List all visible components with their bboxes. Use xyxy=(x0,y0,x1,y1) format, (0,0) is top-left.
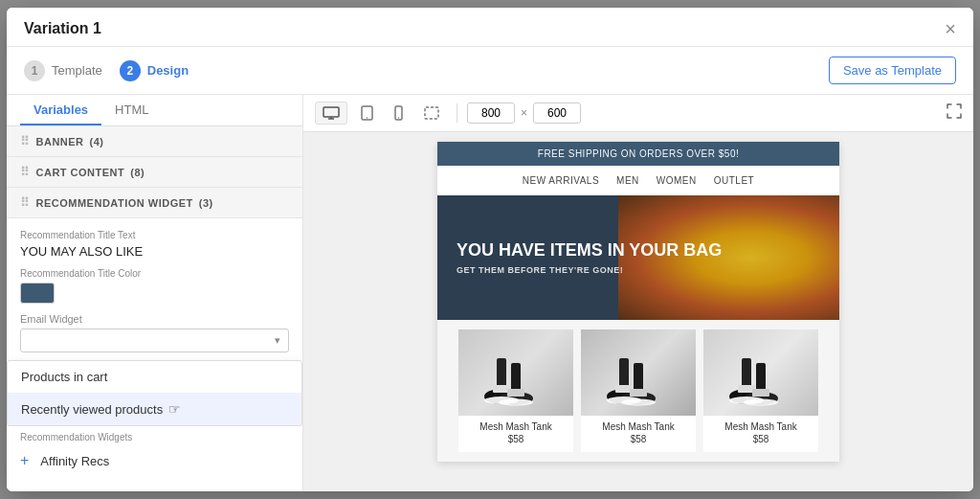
left-panel: Variables HTML ⠿ BANNER (4) ⠿ CART CONTE… xyxy=(7,95,303,491)
svg-point-29 xyxy=(744,399,778,406)
svg-point-21 xyxy=(621,399,656,406)
tab-html[interactable]: HTML xyxy=(101,95,162,125)
shoe-visual-2 xyxy=(581,329,696,416)
desktop-icon xyxy=(323,106,340,120)
step-1: 1 Template xyxy=(24,60,102,81)
svg-rect-0 xyxy=(323,107,339,117)
section-cart-content-header[interactable]: ⠿ CART CONTENT (8) xyxy=(7,157,302,188)
modal-overlay: Variation 1 × 1 Template 2 Design Save a… xyxy=(0,0,980,499)
tabs-row: Variables HTML xyxy=(7,95,302,126)
color-swatch[interactable] xyxy=(20,283,55,304)
steps-bar: 1 Template 2 Design Save as Template xyxy=(7,47,973,95)
dropdown-option-products-in-cart[interactable]: Products in cart xyxy=(8,361,301,393)
rec-color-label: Recommendation Title Color xyxy=(20,268,289,279)
section-banner-header[interactable]: ⠿ BANNER (4) xyxy=(7,126,302,157)
rec-title-label: Recommendation Title Text xyxy=(20,230,289,240)
drag-handle-icon-2: ⠿ xyxy=(20,165,31,179)
product-price-2: $58 xyxy=(631,434,647,444)
cursor-icon: ☞ xyxy=(168,401,181,417)
product-name-1: Mesh Mash Tank xyxy=(476,421,555,432)
hero-title: YOU HAVE ITEMS IN YOUR BAG xyxy=(457,240,722,261)
drag-handle-icon-3: ⠿ xyxy=(20,195,31,210)
product-card-3: Mesh Mash Tank $58 xyxy=(703,329,818,452)
email-hero: YOU HAVE ITEMS IN YOUR BAG GET THEM BEFO… xyxy=(437,195,839,320)
mobile-view-button[interactable] xyxy=(387,101,411,125)
toolbar-divider xyxy=(457,103,457,123)
product-price-1: $58 xyxy=(508,434,524,444)
product-image-3 xyxy=(703,329,818,416)
tablet-icon xyxy=(361,105,373,121)
tablet-view-button[interactable] xyxy=(353,101,381,125)
svg-point-4 xyxy=(367,117,368,119)
nav-women[interactable]: WOMEN xyxy=(657,175,697,186)
mobile-icon xyxy=(394,105,403,121)
email-preview: FREE SHIPPING ON ORDERS OVER $50! NEW AR… xyxy=(437,142,839,462)
product-card-2: Mesh Mash Tank $58 xyxy=(581,329,696,452)
step-1-label: Template xyxy=(52,63,102,78)
save-template-button[interactable]: Save as Template xyxy=(829,57,956,84)
svg-point-6 xyxy=(398,117,399,118)
product-image-2 xyxy=(581,329,696,416)
modal-body: Variables HTML ⠿ BANNER (4) ⠿ CART CONTE… xyxy=(7,95,973,491)
close-button[interactable]: × xyxy=(945,19,956,38)
nav-new-arrivals[interactable]: NEW ARRIVALS xyxy=(523,175,599,186)
width-input[interactable] xyxy=(467,102,515,124)
rec-widget-body: Recommendation Title Text YOU MAY ALSO L… xyxy=(7,218,302,360)
fullscreen-button[interactable] xyxy=(947,103,962,123)
dropdown-menu: Products in cart Recently viewed product… xyxy=(7,360,302,426)
dropdown-arrow-icon: ▾ xyxy=(275,334,280,347)
email-nav: NEW ARRIVALS MEN WOMEN OUTLET xyxy=(437,166,839,195)
svg-rect-7 xyxy=(425,107,438,119)
size-separator: × xyxy=(521,106,527,120)
email-widget-label: Email Widget xyxy=(20,313,289,325)
modal-header: Variation 1 × xyxy=(7,8,973,47)
add-icon: + xyxy=(20,452,29,469)
toolbar-row: × xyxy=(303,95,973,132)
drag-handle-icon: ⠿ xyxy=(20,134,31,148)
svg-rect-31 xyxy=(752,389,769,397)
custom-size-button[interactable] xyxy=(416,102,447,125)
products-row: Mesh Mash Tank $58 xyxy=(437,320,839,462)
svg-rect-23 xyxy=(630,389,647,397)
expand-icon xyxy=(947,103,962,119)
shoe-visual-1 xyxy=(458,329,573,416)
left-content: ⠿ BANNER (4) ⠿ CART CONTENT (8) ⠿ RECOMM… xyxy=(7,126,302,491)
tab-variables[interactable]: Variables xyxy=(20,95,101,125)
email-widget-dropdown[interactable]: ▾ xyxy=(20,329,289,352)
modal-title: Variation 1 xyxy=(24,20,101,37)
svg-point-13 xyxy=(499,399,533,406)
desktop-view-button[interactable] xyxy=(315,102,347,125)
hero-subtitle: GET THEM BEFORE THEY'RE GONE! xyxy=(457,265,722,275)
rec-title-value: YOU MAY ALSO LIKE xyxy=(20,244,289,259)
hero-text: YOU HAVE ITEMS IN YOUR BAG GET THEM BEFO… xyxy=(457,240,722,275)
dropdown-option-recently-viewed[interactable]: Recently viewed products ☞ xyxy=(8,393,301,425)
product-name-2: Mesh Mash Tank xyxy=(598,421,678,432)
modal: Variation 1 × 1 Template 2 Design Save a… xyxy=(7,8,973,491)
nav-outlet[interactable]: OUTLET xyxy=(714,175,754,186)
product-name-3: Mesh Mash Tank xyxy=(721,421,800,432)
product-card-1: Mesh Mash Tank $58 xyxy=(458,329,573,452)
svg-rect-15 xyxy=(507,389,524,397)
affinity-recs-item[interactable]: + Affinity Recs xyxy=(7,444,302,477)
rec-widgets-label: Recommendation Widgets xyxy=(7,426,302,444)
section-rec-widget-header[interactable]: ⠿ RECOMMENDATION WIDGET (3) xyxy=(7,188,302,218)
preview-area: FREE SHIPPING ON ORDERS OVER $50! NEW AR… xyxy=(303,132,973,491)
step-2-circle: 2 xyxy=(120,60,141,81)
nav-men[interactable]: MEN xyxy=(616,175,639,186)
step-1-circle: 1 xyxy=(24,60,45,81)
product-image-1 xyxy=(458,329,573,416)
custom-size-icon xyxy=(424,106,439,120)
right-panel: × FREE SHIPPING ON ORDERS OVER $50! xyxy=(303,95,973,491)
step-2-label: Design xyxy=(147,63,189,78)
height-input[interactable] xyxy=(533,102,581,124)
product-price-3: $58 xyxy=(753,434,769,444)
email-shipping-banner: FREE SHIPPING ON ORDERS OVER $50! xyxy=(437,142,839,166)
shoe-visual-3 xyxy=(703,329,818,416)
step-2: 2 Design xyxy=(120,60,189,81)
